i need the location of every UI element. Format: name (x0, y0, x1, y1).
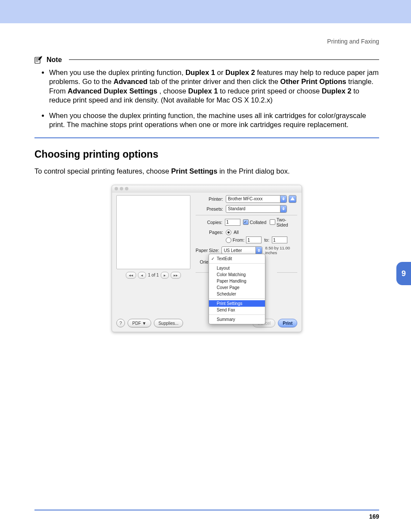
dropdown-item[interactable]: Cover Page (209, 284, 265, 291)
dropdown-item-selected[interactable]: Print Settings (209, 300, 265, 307)
dropdown-item[interactable]: Send Fax (209, 307, 265, 313)
chapter-tab: 9 (396, 262, 411, 285)
traffic-light[interactable] (120, 187, 123, 190)
print-button[interactable]: Print (278, 319, 297, 327)
two-sided-label: Two-Sided (277, 217, 297, 227)
pages-label: Pages: (196, 230, 223, 235)
pane-dropdown[interactable]: ✓TextEdit Layout Color Matching Paper Ha… (209, 254, 265, 324)
paper-dimensions: 8.50 by 11.00 inches (265, 246, 297, 255)
pager-first-button[interactable]: ◂◂ (126, 272, 136, 279)
section-divider (34, 137, 379, 138)
pager-prev-button[interactable]: ◂ (138, 272, 146, 279)
pages-to-label: to: (264, 237, 269, 243)
print-preview (116, 195, 190, 269)
section-heading: Choosing printing options (34, 149, 379, 160)
dropdown-item[interactable]: Color Matching (209, 271, 265, 278)
running-header: Printing and Faxing (327, 38, 379, 45)
dropdown-item[interactable]: Paper Handling (209, 278, 265, 284)
preview-pager: ◂◂ ◂ 1 of 1 ▸ ▸▸ (116, 272, 190, 279)
pages-range-radio[interactable] (226, 237, 231, 243)
two-sided-checkbox[interactable] (270, 219, 275, 225)
note-rule (69, 59, 379, 60)
supplies-button[interactable]: Supplies... (154, 319, 184, 327)
pages-all-label: All (234, 230, 239, 235)
presets-select[interactable]: Standard (226, 205, 287, 213)
dropdown-item[interactable]: Scheduler (209, 291, 265, 297)
note-item: When you choose the duplex printing func… (49, 111, 379, 130)
pager-next-button[interactable]: ▸ (161, 272, 169, 279)
note-heading: Note (47, 56, 62, 64)
copies-input[interactable] (225, 219, 240, 226)
collated-checkbox[interactable] (243, 219, 249, 225)
dialog-titlebar[interactable] (112, 185, 302, 193)
dropdown-item[interactable]: ✓TextEdit (209, 255, 265, 262)
traffic-light[interactable] (115, 187, 118, 190)
pager-status: 1 of 1 (148, 273, 159, 277)
pdf-menu-button[interactable]: PDF ▼ (128, 319, 151, 327)
dropdown-item[interactable]: Layout (209, 265, 265, 271)
footer-rule (34, 510, 379, 510)
note-list: When you use the duplex printing functio… (49, 68, 379, 130)
page-top-banner (0, 0, 411, 23)
printer-select[interactable]: Brother MFC-xxxx (226, 195, 287, 203)
printer-info-button[interactable] (289, 195, 296, 203)
help-button[interactable]: ? (116, 319, 125, 327)
pages-from-input[interactable] (246, 236, 262, 243)
collated-label: Collated (250, 220, 267, 225)
note-item: When you use the duplex printing functio… (49, 68, 379, 105)
note-icon (34, 56, 43, 64)
pager-last-button[interactable]: ▸▸ (171, 272, 181, 279)
page-number: 169 (369, 513, 379, 520)
dropdown-item[interactable]: Summary (209, 316, 265, 323)
paper-size-label: Paper Size: (196, 248, 219, 253)
pages-to-input[interactable] (272, 236, 287, 243)
presets-label: Presets: (196, 206, 223, 212)
printer-label: Printer: (196, 196, 223, 202)
paper-size-select[interactable]: US Letter (221, 246, 262, 254)
pages-all-radio[interactable] (226, 230, 231, 235)
pages-from-label: From: (233, 237, 244, 243)
print-dialog: ◂◂ ◂ 1 of 1 ▸ ▸▸ Printer: (112, 185, 302, 333)
section-intro: To control special printing features, ch… (34, 167, 379, 175)
copies-label: Copies: (196, 220, 222, 225)
traffic-light[interactable] (125, 187, 128, 190)
